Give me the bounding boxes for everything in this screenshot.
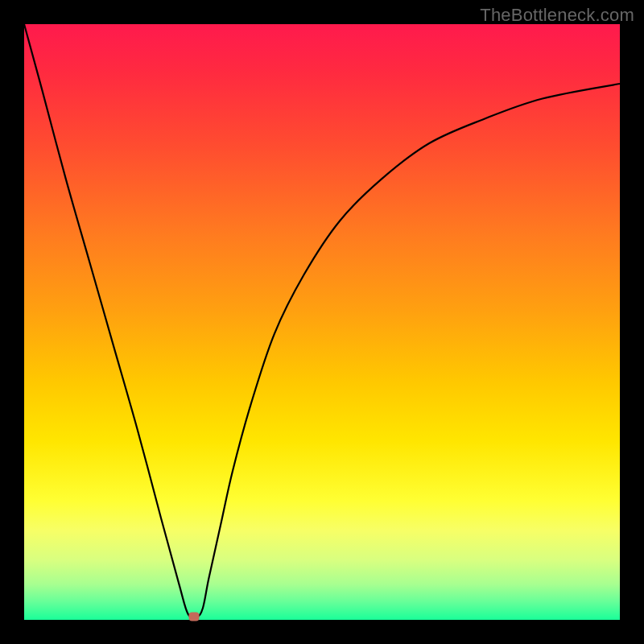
watermark-text: TheBottleneck.com [480, 5, 634, 26]
chart-container: TheBottleneck.com [0, 0, 644, 644]
bottleneck-curve [24, 24, 620, 617]
plot-area [24, 24, 620, 620]
curve-svg [24, 24, 620, 620]
optimal-point-marker [188, 613, 199, 621]
